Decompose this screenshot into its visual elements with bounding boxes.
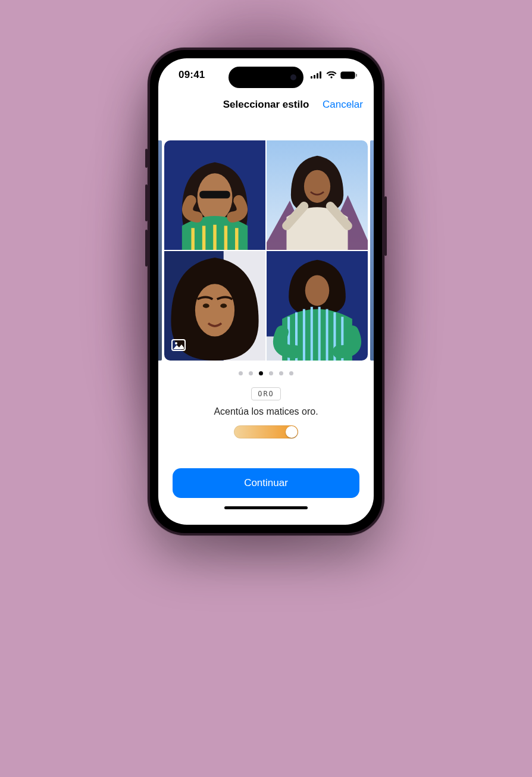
dynamic-island <box>229 67 303 88</box>
svg-point-16 <box>195 284 234 336</box>
svg-point-18 <box>220 303 227 308</box>
volume-up-button <box>145 184 148 221</box>
svg-point-13 <box>304 170 330 203</box>
photo-grid <box>164 140 368 361</box>
nav-bar: Seleccionar estilo Cancelar <box>158 92 374 118</box>
svg-rect-2 <box>317 73 318 79</box>
screen: 09:41 <box>158 58 374 525</box>
svg-rect-6 <box>356 74 357 77</box>
intensity-slider[interactable] <box>234 425 298 438</box>
status-icons <box>311 71 357 79</box>
photo-tile-1 <box>164 140 265 250</box>
carousel-prev-peek <box>158 140 162 361</box>
photo-tile-2 <box>267 140 368 250</box>
svg-rect-1 <box>314 75 315 79</box>
style-carousel[interactable] <box>158 140 374 361</box>
home-indicator[interactable] <box>224 506 308 509</box>
page-dot <box>249 371 253 375</box>
power-button <box>384 196 387 256</box>
silence-switch <box>145 149 148 168</box>
phone-frame: 09:41 <box>148 48 384 535</box>
wifi-icon <box>326 71 337 79</box>
page-dot <box>239 371 243 375</box>
page-dot <box>279 371 283 375</box>
cellular-icon <box>311 71 323 79</box>
page-dot <box>269 371 273 375</box>
photo-tile-4 <box>267 251 368 361</box>
style-name-chip: ORO <box>251 387 281 400</box>
svg-rect-3 <box>320 71 321 79</box>
slider-thumb[interactable] <box>286 426 298 438</box>
svg-rect-5 <box>342 73 354 78</box>
page-dot-active <box>259 371 263 375</box>
continue-button[interactable]: Continuar <box>173 468 359 498</box>
svg-rect-9 <box>199 191 230 199</box>
battery-icon <box>340 71 357 79</box>
volume-down-button <box>145 230 148 267</box>
status-time: 09:41 <box>179 69 205 81</box>
style-description: Acentúa los matices oro. <box>158 406 374 417</box>
gallery-icon[interactable] <box>171 339 186 353</box>
page-dot <box>289 371 293 375</box>
page-indicator <box>158 371 374 375</box>
svg-point-31 <box>175 342 177 344</box>
cancel-button[interactable]: Cancelar <box>323 99 363 111</box>
cta-container: Continuar <box>158 468 374 525</box>
svg-point-17 <box>203 303 209 308</box>
svg-point-21 <box>305 275 329 306</box>
phone-bezel: 09:41 <box>150 50 382 533</box>
svg-rect-0 <box>311 76 312 79</box>
carousel-next-peek <box>370 140 374 361</box>
